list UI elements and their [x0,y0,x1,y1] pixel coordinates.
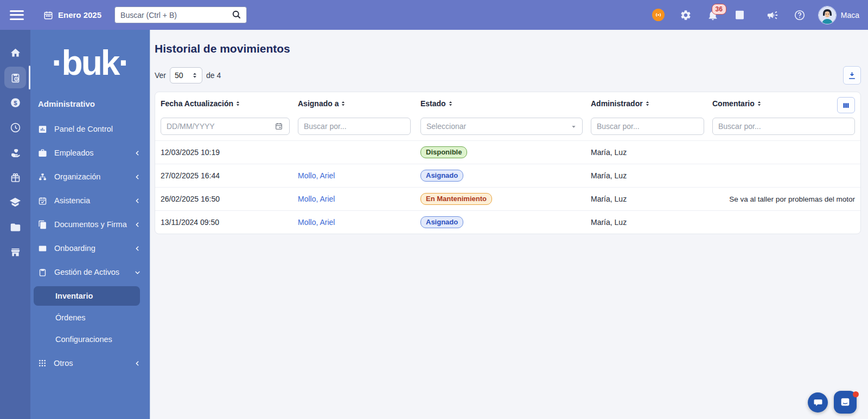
status-badge: En Mantenimiento [420,193,492,205]
period-selector[interactable]: Enero 2025 [43,10,101,20]
column-header-administrador[interactable]: Administrador [591,99,712,108]
sidebar-item-label: Otros [54,359,73,368]
dashboard-icon [38,125,47,134]
asignado-filter-input[interactable] [298,118,411,135]
table-header-row: Fecha Actualización Asignado a Estado Ad… [155,92,860,113]
sidebar-item-documentos-y-firma[interactable]: Documentos y Firma [30,212,150,236]
download-button[interactable] [843,66,861,85]
megaphone-icon[interactable] [762,4,783,26]
columns-toggle-button[interactable] [837,97,855,113]
sidebar-item-label: Panel de Control [54,125,113,133]
sidebar-item-label: Gestión de Activos [54,268,119,276]
sidebar-subitem-label: Inventario [55,292,93,300]
gift-icon[interactable] [4,166,26,188]
card-check-icon [38,244,47,253]
administrador-filter-input[interactable] [591,118,704,135]
page-size-value: 50 [175,71,183,80]
chevron-left-icon [134,221,141,228]
chevron-left-icon [134,245,141,252]
status-badge: Asignado [420,216,463,228]
chevron-left-icon [134,173,141,181]
clipboard-clock-icon[interactable] [4,67,26,88]
sidebar-menu: Panel de Control Empleados Organización [30,117,150,375]
fecha-filter-input[interactable] [161,118,290,135]
period-label: Enero 2025 [58,10,101,20]
table-filter-row: Seleccionar [155,113,860,140]
sidebar-subitem-configuraciones[interactable]: Configuraciones [34,330,140,349]
hamburger-icon[interactable] [10,10,24,20]
sidebar-item-label: Documentos y Firma [54,220,127,229]
sidebar-subitem-inventario[interactable]: Inventario [34,286,140,306]
column-header-comentario[interactable]: Comentario [712,99,837,108]
column-header-fecha[interactable]: Fecha Actualización [161,99,298,108]
help-icon[interactable] [789,4,810,26]
chevron-down-icon [134,269,141,276]
table-row[interactable]: 26/02/2025 16:50 Mollo, Ariel En Manteni… [155,187,860,210]
sidebar-item-label: Asistencia [54,196,90,205]
user-avatar[interactable] [818,6,837,24]
global-search [114,7,247,23]
updown-icon [192,72,197,79]
search-icon[interactable] [231,9,242,20]
note-icon[interactable] [729,4,751,26]
documents-icon [38,220,47,229]
cell-fecha: 12/03/2025 10:19 [161,148,298,157]
estado-filter-select[interactable]: Seleccionar [420,118,583,135]
sidebar-item-otros[interactable]: Otros [30,351,150,375]
hand-heart-icon[interactable] [4,141,26,163]
sidebar-item-label: Organización [54,172,100,181]
employee-link[interactable]: Mollo, Ariel [298,195,335,203]
folder-icon[interactable] [4,216,26,238]
speech-bubble-button[interactable] [808,392,828,412]
sidebar-item-organizacion[interactable]: Organización [30,165,150,189]
dollar-icon[interactable]: $ [4,92,26,113]
clock-icon[interactable] [4,117,26,138]
cell-asignado: Mollo, Ariel [298,195,420,203]
navbar-actions: 36 [648,4,859,26]
sidebar-item-gestion-de-activos[interactable]: Gestión de Activos [30,260,150,284]
graduation-icon[interactable] [4,191,26,213]
notification-badge[interactable]: 36 [712,4,726,15]
sidebar-item-asistencia[interactable]: Asistencia [30,189,150,212]
sidebar-item-panel-de-control[interactable]: Panel de Control [30,117,150,141]
org-chart-icon [38,172,47,182]
cell-estado: Asignado [420,170,591,182]
sidebar-subitem-ordenes[interactable]: Órdenes [34,308,140,327]
column-header-estado[interactable]: Estado [420,99,591,108]
column-header-asignado[interactable]: Asignado a [298,99,420,108]
cell-estado: En Mantenimiento [420,193,591,205]
cell-fecha: 13/11/2024 09:50 [161,218,298,227]
search-input[interactable] [114,7,247,23]
table-row[interactable]: 13/11/2024 09:50 Mollo, Ariel Asignado M… [155,210,860,234]
employee-link[interactable]: Mollo, Ariel [298,218,335,227]
cell-estado: Asignado [420,216,591,228]
status-badge: Asignado [420,170,463,182]
sort-icon [645,100,650,107]
table-row[interactable]: 27/02/2025 16:44 Mollo, Ariel Asignado M… [155,164,860,187]
cell-administrador: María, Luz [591,195,712,203]
home-icon[interactable] [4,42,26,63]
movements-table: Fecha Actualización Asignado a Estado Ad… [155,92,861,234]
cell-administrador: María, Luz [591,171,712,180]
chevron-left-icon [134,197,141,204]
main-content: Historial de movimientos Ver 50 de 4 Fec… [151,30,868,419]
buk-logo[interactable]: ·buk· [30,33,150,93]
comentario-filter-input[interactable] [712,118,855,135]
cell-comentario: Se va al taller por problemas del motor [712,195,855,203]
sidebar-item-onboarding[interactable]: Onboarding [30,236,150,260]
calendar-icon[interactable] [275,122,283,131]
page-size-select[interactable]: 50 [170,67,202,83]
sidebar-item-empleados[interactable]: Empleados [30,141,150,165]
clipboard-icon [38,268,47,277]
chat-messenger-icon [839,396,851,408]
store-icon[interactable] [4,241,26,263]
sidebar-item-label: Empleados [54,149,94,157]
broadcast-icon[interactable] [648,4,669,26]
table-row[interactable]: 12/03/2025 10:19 Disponible María, Luz [155,140,860,164]
sidebar-subitem-label: Órdenes [55,313,86,322]
employee-link[interactable]: Mollo, Ariel [298,171,335,180]
gear-icon[interactable] [675,4,697,26]
calendar-icon [43,10,53,20]
cell-fecha: 27/02/2025 16:44 [161,171,298,180]
bell-icon[interactable]: 36 [702,4,724,26]
